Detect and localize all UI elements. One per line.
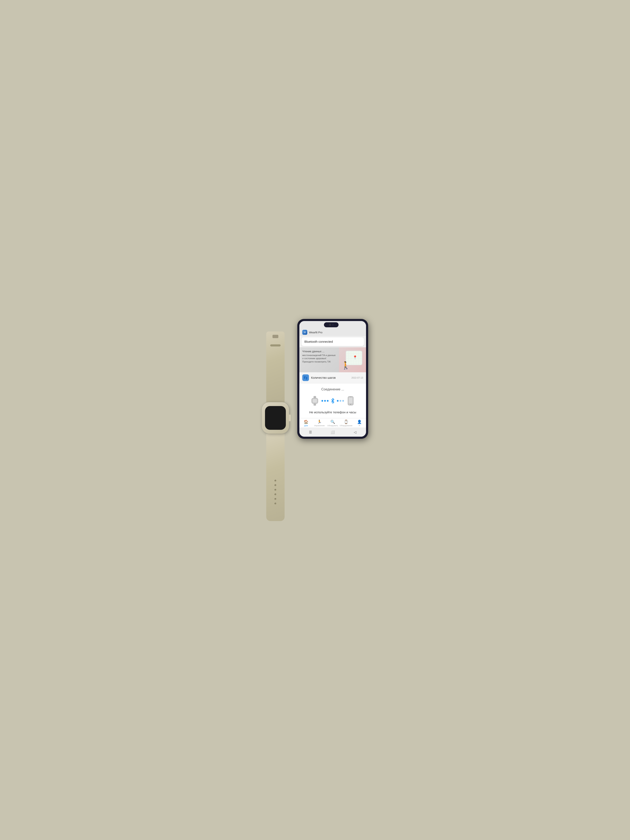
connecting-message: Не используйте телефон и часы — [303, 411, 363, 414]
camera-dot — [332, 324, 333, 325]
phone-device-icon — [346, 395, 355, 406]
bluetooth-center-icon — [330, 398, 335, 403]
connecting-title: Соединение ... — [303, 387, 363, 391]
watch-band-slot — [270, 344, 281, 346]
phone-camera — [324, 322, 338, 327]
dots-right — [337, 400, 344, 402]
watch-band-top — [266, 332, 284, 402]
nav-label-equipment: Оборудование — [339, 425, 352, 427]
svg-rect-3 — [314, 404, 316, 406]
watch-band-holes — [275, 480, 276, 504]
watch-band-hole — [275, 489, 276, 491]
nav-item-profile[interactable]: 👤 Я — [353, 420, 366, 427]
watch-device-icon — [310, 395, 320, 406]
phone-body: W Wearfit Pro Bluetooth connected Чтение… — [297, 319, 368, 439]
watch-band-hole — [275, 485, 276, 486]
nav-item-exercise[interactable]: 🏃 Упражнение — [313, 420, 326, 427]
scene: W Wearfit Pro Bluetooth connected Чтение… — [262, 319, 368, 521]
nav-item-home[interactable]: 🏠 Дом — [299, 420, 313, 427]
steps-label: Количество шагов — [311, 376, 349, 379]
map-illustration: 📍 🚶 — [341, 349, 364, 370]
nav-label-exercise: Упражнение — [314, 425, 325, 427]
watch-band-hole — [275, 480, 276, 482]
steps-section: 👣 Количество шагов 2022-07-13 — [299, 372, 366, 383]
android-back-btn[interactable]: ◁ — [352, 429, 358, 435]
watch-band-hole — [275, 503, 276, 504]
dot — [339, 400, 341, 402]
equipment-icon: ⌚ — [344, 420, 348, 424]
android-menu-btn[interactable]: ☰ — [308, 429, 313, 435]
app-title: Wearfit Pro — [309, 331, 322, 334]
dot — [327, 400, 328, 402]
watch-band-hole — [275, 494, 276, 495]
smartwatch — [262, 332, 289, 521]
app-icon: W — [302, 330, 307, 335]
bluetooth-banner: Bluetooth connected — [302, 337, 364, 346]
connecting-animation — [303, 395, 363, 406]
dots-left — [322, 400, 328, 402]
svg-rect-7 — [350, 397, 352, 397]
steps-date: 2022-07-13 — [352, 376, 363, 379]
reading-section: Чтение данных ... местонахождений ТА и д… — [299, 347, 366, 372]
svg-rect-5 — [349, 398, 352, 403]
phone-status-bar — [299, 321, 366, 328]
connecting-dialog: Соединение ... — [299, 383, 366, 418]
bottom-nav[interactable]: 🏠 Дом 🏃 Упражнение 🔍 Обнаружить ⌚ Оборуд… — [299, 418, 366, 428]
svg-rect-2 — [313, 399, 317, 403]
phone-screen: W Wearfit Pro Bluetooth connected Чтение… — [299, 321, 366, 437]
app-header: W Wearfit Pro — [299, 328, 366, 336]
person-figure: 🚶 — [341, 361, 351, 370]
steps-icon: 👣 — [302, 374, 309, 381]
dot — [337, 400, 338, 402]
map-pin: 📍 — [353, 355, 356, 360]
svg-rect-0 — [314, 396, 316, 398]
exercise-icon: 🏃 — [317, 420, 322, 424]
home-icon: 🏠 — [304, 420, 308, 424]
android-nav-bar: ☰ ⬜ ◁ — [299, 428, 366, 437]
dot — [322, 400, 323, 402]
nav-label-home: Дом — [304, 425, 308, 427]
watch-body — [262, 402, 289, 434]
svg-point-6 — [350, 404, 351, 405]
dot — [342, 400, 344, 402]
watch-band-hole — [275, 498, 276, 500]
profile-icon: 👤 — [357, 420, 362, 424]
bluetooth-status: Bluetooth connected — [305, 340, 333, 343]
nav-item-discover[interactable]: 🔍 Обнаружить — [326, 420, 339, 427]
dot — [324, 400, 326, 402]
nav-item-equipment[interactable]: ⌚ Оборудование — [339, 420, 353, 427]
camera-lens — [329, 324, 331, 326]
nav-label-profile: Я — [359, 425, 360, 427]
android-home-btn[interactable]: ⬜ — [330, 429, 336, 435]
watch-screen — [265, 406, 286, 430]
discover-icon: 🔍 — [330, 420, 335, 424]
watch-band-bottom — [266, 434, 284, 521]
reading-desc: местонахождений ТА и данные о состоянии … — [302, 354, 336, 363]
watch-crown — [289, 415, 291, 421]
nav-label-discover: Обнаружить — [327, 425, 338, 427]
phone: W Wearfit Pro Bluetooth connected Чтение… — [297, 319, 368, 439]
